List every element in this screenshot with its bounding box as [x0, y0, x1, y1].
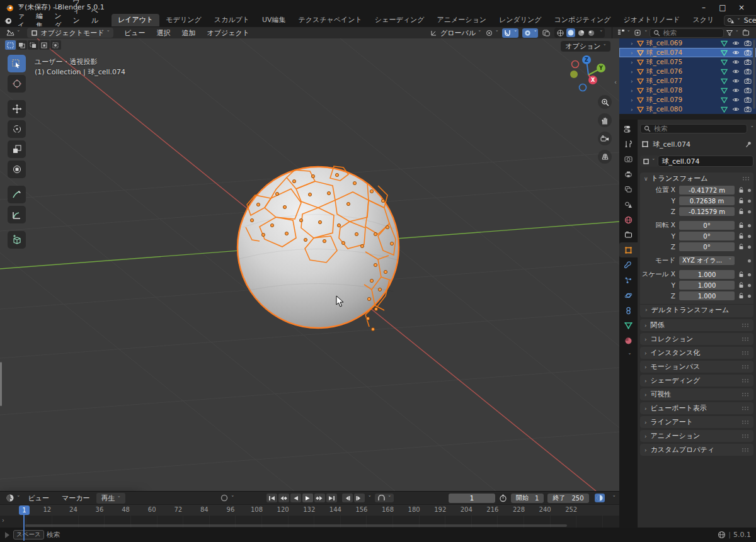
- outliner-search-input[interactable]: 検索: [650, 28, 724, 38]
- hide-eye-icon[interactable]: [732, 106, 740, 112]
- panel-viewport-display[interactable]: ›ビューポート表示: [640, 402, 753, 414]
- editor-type-icon[interactable]: ˅: [6, 29, 20, 37]
- tab-render[interactable]: [619, 152, 638, 167]
- lock-icon[interactable]: [736, 293, 745, 299]
- animate-dot[interactable]: [748, 246, 751, 249]
- play-reverse-icon[interactable]: [290, 494, 301, 502]
- timeline-ruler[interactable]: 1224364860728496108120132144156168180192…: [0, 504, 619, 516]
- hide-eye-icon[interactable]: [732, 69, 740, 74]
- panel-visibility[interactable]: ›可視性: [640, 388, 753, 400]
- outliner-row[interactable]: › 球_cell.077: [619, 76, 756, 86]
- hide-eye-icon[interactable]: [732, 78, 740, 84]
- tab-texture-paint[interactable]: テクスチャペイント: [292, 14, 369, 26]
- tab-tool[interactable]: [619, 137, 638, 152]
- select-set-icon[interactable]: [5, 40, 16, 50]
- jump-to-start-icon[interactable]: [266, 494, 277, 502]
- keying-set-icon[interactable]: ˅: [375, 494, 394, 502]
- viewport-3d[interactable]: ユーザー・透視投影 (1) Collection | 球_cell.074: [0, 38, 619, 491]
- animate-dot[interactable]: [748, 210, 751, 213]
- disable-render-camera-icon[interactable]: [744, 69, 752, 74]
- tool-rotate[interactable]: [8, 120, 26, 138]
- tool-scale[interactable]: [8, 140, 26, 158]
- menu-view[interactable]: ビュー: [118, 28, 151, 38]
- new-collection-icon[interactable]: [742, 29, 750, 37]
- menu-object[interactable]: オブジェクト: [202, 28, 256, 38]
- tool-transform[interactable]: [8, 161, 26, 178]
- lock-icon[interactable]: [736, 282, 745, 288]
- tool-add-cube[interactable]: [8, 231, 26, 249]
- animate-dot[interactable]: [748, 224, 751, 227]
- show-overlays-icon[interactable]: [542, 29, 551, 37]
- scale-y-field[interactable]: 1.000: [679, 281, 735, 290]
- shading-wireframe-icon[interactable]: [556, 29, 564, 37]
- lock-icon[interactable]: [736, 198, 745, 204]
- tab-modeling[interactable]: モデリング: [159, 14, 207, 26]
- hide-eye-icon[interactable]: [732, 97, 740, 103]
- tab-geometry-nodes[interactable]: ジオメトリノード: [617, 14, 687, 26]
- step-forward-icon[interactable]: [354, 494, 365, 502]
- pan-hand-icon[interactable]: [598, 113, 612, 127]
- hide-eye-icon[interactable]: [732, 59, 740, 65]
- tab-compositing[interactable]: コンポジティング: [548, 14, 617, 26]
- maximize-button[interactable]: □: [713, 3, 732, 12]
- jump-to-end-icon[interactable]: [326, 494, 337, 502]
- select-extend-icon[interactable]: [16, 40, 27, 50]
- outliner-scrollbar[interactable]: [753, 40, 755, 109]
- panel-line-art[interactable]: ›ラインアート: [640, 416, 753, 428]
- tab-material[interactable]: [619, 333, 638, 348]
- tab-object[interactable]: [619, 242, 638, 257]
- lock-icon[interactable]: [736, 187, 745, 193]
- timeline-menu-view[interactable]: ビュー: [22, 494, 56, 503]
- panel-collections[interactable]: ›コレクション: [640, 333, 753, 345]
- navigation-gizmo[interactable]: Z Y X: [569, 54, 608, 93]
- location-x-field[interactable]: -0.41772 m: [679, 186, 735, 195]
- toolbar-scrollbar[interactable]: [0, 362, 2, 406]
- sync-mode-icon[interactable]: [595, 494, 605, 502]
- disable-render-camera-icon[interactable]: [744, 97, 752, 103]
- menu-select[interactable]: 選択: [151, 28, 176, 38]
- lock-icon[interactable]: [736, 233, 745, 239]
- tab-scene[interactable]: [619, 197, 638, 212]
- timeline-menu-marker[interactable]: マーカー: [55, 494, 96, 503]
- select-subtract-icon[interactable]: [28, 40, 38, 50]
- hide-eye-icon[interactable]: [732, 88, 740, 93]
- properties-editor-type-icon[interactable]: [619, 121, 638, 137]
- step-back-icon[interactable]: [342, 494, 353, 502]
- tab-uv-editing[interactable]: UV編集: [256, 14, 292, 26]
- location-z-field[interactable]: -0.12579 m: [679, 207, 735, 216]
- scale-z-field[interactable]: 1.000: [679, 291, 735, 300]
- properties-options-icon[interactable]: ˅: [751, 125, 754, 132]
- camera-view-icon[interactable]: [598, 132, 612, 145]
- tab-particles[interactable]: [619, 273, 638, 288]
- snap-toggle-icon[interactable]: ˅: [502, 28, 518, 38]
- animate-dot[interactable]: [748, 284, 751, 287]
- disable-render-camera-icon[interactable]: [744, 50, 752, 55]
- id-type-icon[interactable]: ˅: [640, 155, 658, 167]
- tab-animation[interactable]: アニメーション: [430, 14, 493, 26]
- frame-start-field[interactable]: 開始1: [511, 494, 544, 503]
- tab-modifiers[interactable]: [619, 257, 638, 273]
- delta-transform-subpanel[interactable]: › デルタトランスフォーム: [640, 304, 753, 315]
- lock-icon[interactable]: [736, 271, 745, 278]
- outliner-row[interactable]: › 球_cell.079: [619, 95, 756, 104]
- tool-select-box[interactable]: [8, 55, 26, 72]
- tab-shading[interactable]: シェーディング: [369, 14, 431, 26]
- mode-selector[interactable]: オブジェクトモード ˅: [27, 28, 114, 38]
- panel-custom-properties[interactable]: ›カスタムプロパティ: [640, 444, 753, 456]
- transform-orientation-dropdown[interactable]: グローバル˅: [430, 28, 481, 38]
- play-icon[interactable]: [302, 494, 313, 502]
- close-button[interactable]: ×: [732, 3, 751, 12]
- resize-grip-icon[interactable]: [5, 532, 9, 538]
- hide-eye-icon[interactable]: [732, 50, 740, 55]
- outliner-row[interactable]: › 球_cell.078: [619, 86, 756, 95]
- outliner-funnel-filter-icon[interactable]: ˅: [726, 30, 739, 37]
- rotation-z-field[interactable]: 0°: [679, 242, 735, 251]
- panel-relations[interactable]: ›関係: [640, 319, 753, 331]
- zoom-icon[interactable]: [598, 95, 612, 109]
- playback-sync-dropdown-icon[interactable]: ˅: [613, 495, 616, 501]
- current-frame-field[interactable]: 1: [449, 494, 495, 503]
- disable-render-camera-icon[interactable]: [744, 40, 752, 46]
- tab-scripting[interactable]: スクリ: [686, 14, 720, 26]
- animate-dot[interactable]: [748, 273, 751, 276]
- network-globe-icon[interactable]: [718, 531, 726, 539]
